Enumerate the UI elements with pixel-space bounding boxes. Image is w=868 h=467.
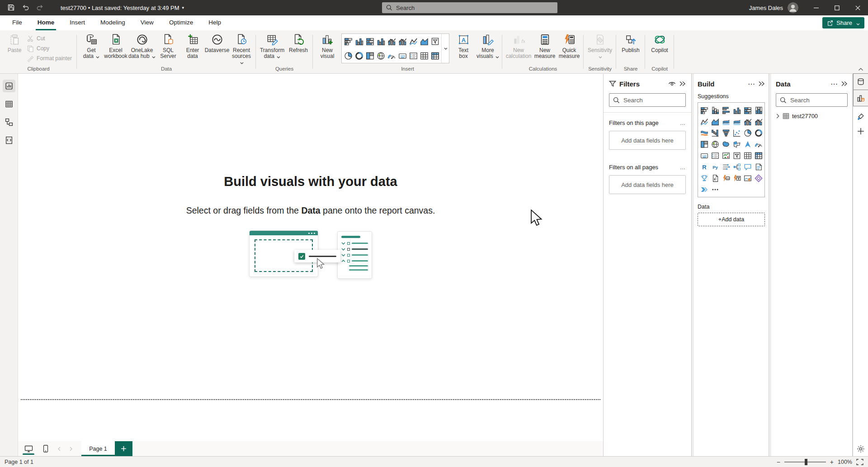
more-options-icon[interactable]: ⋯ <box>748 80 755 88</box>
zoom-in-button[interactable]: + <box>830 458 834 466</box>
combo-2-visual-icon[interactable] <box>755 118 763 126</box>
new-visual-button[interactable]: Newvisual <box>315 32 340 59</box>
menu-tab-insert[interactable]: Insert <box>62 15 93 30</box>
recent-sources-button[interactable]: Recentsources <box>229 32 254 65</box>
table-view-button[interactable] <box>3 98 15 110</box>
area-visual-icon[interactable] <box>711 118 719 126</box>
excel-workbook-button[interactable]: Excelworkbook <box>104 32 128 59</box>
clustered-bar-visual-icon[interactable] <box>722 106 730 114</box>
global-search[interactable] <box>382 2 557 13</box>
onelake-data-hub-button[interactable]: OneLakedata hub <box>128 32 156 59</box>
smart-narrative-visual-icon[interactable] <box>755 163 763 171</box>
get-data-button[interactable]: Getdata <box>79 32 104 59</box>
redo-icon[interactable] <box>36 4 44 12</box>
more-visuals-button[interactable]: Morevisuals <box>476 32 500 59</box>
donut-visual-icon[interactable] <box>355 52 363 60</box>
mobile-layout-button[interactable] <box>39 441 52 456</box>
power-apps-visual-icon[interactable] <box>755 174 763 182</box>
minimize-button[interactable] <box>806 0 826 15</box>
eye-icon[interactable] <box>668 81 676 87</box>
pie-visual-icon[interactable] <box>344 52 353 60</box>
treemap-visual-icon[interactable] <box>366 52 374 60</box>
new-measure-button[interactable]: Newmeasure <box>533 32 557 59</box>
combo-visual-icon[interactable] <box>387 37 396 46</box>
text-box-button[interactable]: ATextbox <box>451 32 476 59</box>
line-visual-icon[interactable] <box>409 37 418 46</box>
card-123-visual-icon[interactable]: 123 <box>398 52 407 60</box>
next-page-arrow-icon[interactable] <box>66 441 76 456</box>
zoom-slider[interactable] <box>784 462 826 462</box>
menu-tab-view[interactable]: View <box>133 15 161 30</box>
funnel-visual-icon[interactable] <box>722 129 730 137</box>
global-search-input[interactable] <box>396 5 553 11</box>
table-visual-icon[interactable] <box>744 152 752 160</box>
python-visual-icon[interactable]: Py <box>711 163 719 171</box>
dataverse-button[interactable]: Dataverse <box>205 32 229 53</box>
add-page-button[interactable] <box>115 441 132 456</box>
matrix-visual-icon[interactable] <box>755 152 763 160</box>
report-canvas[interactable]: Build visuals with your data Select or d… <box>18 74 603 441</box>
key-influencers-visual-icon[interactable] <box>722 163 730 171</box>
kpi-visual-icon[interactable] <box>722 152 730 160</box>
multi-row-card-visual-icon[interactable] <box>409 52 418 60</box>
sensitivity-button[interactable]: Sensitivity <box>586 32 614 59</box>
line-visual-icon[interactable] <box>700 118 708 126</box>
map-visual-icon[interactable] <box>711 140 719 148</box>
enter-data-button[interactable]: Enterdata <box>180 32 205 59</box>
data-table-row[interactable]: test27700 <box>776 113 848 119</box>
paginated-report-visual-icon[interactable] <box>711 174 719 182</box>
gauge-visual-icon[interactable] <box>387 52 396 60</box>
page-tab[interactable]: Page 1 <box>81 441 115 456</box>
collapse-pane-icon[interactable] <box>758 81 765 86</box>
shape-map-visual-icon[interactable] <box>733 140 741 148</box>
menu-tab-modeling[interactable]: Modeling <box>93 15 133 30</box>
format-painter-button[interactable]: Format painter <box>27 54 75 63</box>
table-visual-icon[interactable] <box>420 52 429 60</box>
collapse-pane-icon[interactable] <box>679 81 686 86</box>
user-name[interactable]: James Dales <box>749 5 783 11</box>
card-123-visual-icon[interactable]: 123 <box>700 152 708 160</box>
zoom-slider-handle[interactable] <box>805 459 807 465</box>
refresh-button[interactable]: Refresh <box>286 32 311 53</box>
document-title[interactable]: test27700 • Last saved: Yesterday at 3:4… <box>61 5 184 11</box>
collapse-pane-icon[interactable] <box>841 81 848 86</box>
quick-measure-123-visual-icon[interactable]: 123 <box>722 174 730 182</box>
menu-tab-home[interactable]: Home <box>30 15 62 30</box>
build-pane-toggle-button[interactable] <box>853 90 868 106</box>
undo-icon[interactable] <box>22 4 30 12</box>
data-pane-toggle-button[interactable] <box>853 73 868 90</box>
filled-map-visual-icon[interactable] <box>722 140 730 148</box>
combo-visual-icon[interactable] <box>744 118 752 126</box>
stacked-bar-visual-icon[interactable] <box>344 37 353 46</box>
data-search-box[interactable] <box>776 93 848 107</box>
qa-visual-icon[interactable] <box>744 163 752 171</box>
quick-slicer-visual-icon[interactable] <box>733 174 741 182</box>
bar-100-visual-icon[interactable] <box>366 37 374 46</box>
publish-button[interactable]: Publish <box>618 32 643 53</box>
combo-2-visual-icon[interactable] <box>398 37 407 46</box>
more-options-icon[interactable]: ⋯ <box>830 80 838 88</box>
maximize-button[interactable] <box>826 0 847 15</box>
column-100-visual-icon[interactable] <box>755 106 763 114</box>
transform-data-button[interactable]: Transformdata <box>258 32 286 59</box>
dax-query-view-button[interactable] <box>3 134 15 147</box>
clustered-column-visual-icon[interactable] <box>355 37 363 46</box>
stacked-column-visual-icon[interactable] <box>711 106 719 114</box>
metrics-visual-icon[interactable] <box>700 174 708 182</box>
waterfall-visual-icon[interactable] <box>711 129 719 137</box>
treemap-visual-icon[interactable] <box>700 140 708 148</box>
menu-tab-optimize[interactable]: Optimize <box>161 15 201 30</box>
scatter-visual-icon[interactable] <box>733 129 741 137</box>
matrix-visual-icon[interactable] <box>431 52 439 60</box>
area-visual-icon[interactable] <box>420 37 429 46</box>
gauge-visual-icon[interactable] <box>755 140 763 148</box>
decomposition-tree-visual-icon[interactable] <box>733 163 741 171</box>
map-visual-icon[interactable] <box>377 52 385 60</box>
more-options-icon[interactable]: … <box>680 120 686 126</box>
cut-button[interactable]: Cut <box>27 34 75 43</box>
data-search-input[interactable] <box>790 97 844 104</box>
filters-page-dropzone[interactable]: Add data fields here <box>609 131 686 150</box>
model-view-button[interactable] <box>3 116 15 129</box>
more-options-icon[interactable]: … <box>680 164 686 171</box>
slicer-visual-icon[interactable] <box>431 37 439 46</box>
